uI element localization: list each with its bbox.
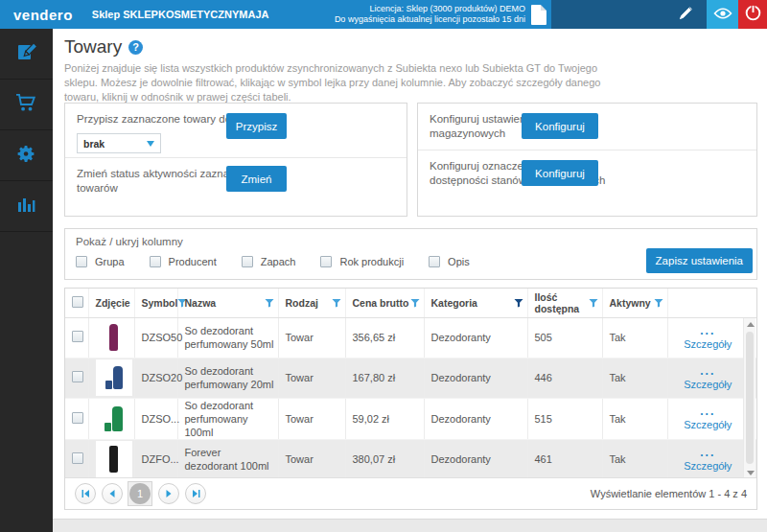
more-menu[interactable]: ... <box>675 366 742 376</box>
more-menu[interactable]: ... <box>675 448 742 457</box>
row-checkbox[interactable] <box>72 412 83 424</box>
cell-quantity: 515 <box>527 398 602 439</box>
product-image <box>96 319 132 356</box>
header-symbol: Symbol <box>134 289 177 317</box>
last-page-button[interactable] <box>185 483 206 504</box>
row-checkbox[interactable] <box>72 371 83 382</box>
logout-button[interactable] <box>738 0 767 29</box>
header-ilosc-dostepna: Ilość dostępna <box>527 289 602 317</box>
cell-type: Towar <box>278 398 345 439</box>
more-menu[interactable]: ... <box>675 326 742 335</box>
bulk-actions-card: Przypisz zaznaczone towary do kategorii … <box>64 103 407 217</box>
cell-active: Tak <box>602 439 667 479</box>
cell-type: Towar <box>278 439 345 479</box>
scroll-up-arrow-icon[interactable] <box>747 322 755 327</box>
preview-shop-button[interactable] <box>707 0 738 29</box>
sidebar-item-orders[interactable] <box>0 80 53 130</box>
checkbox-rok-produkcji[interactable]: Rok produkcji <box>320 256 404 267</box>
first-page-button[interactable] <box>75 483 96 504</box>
prev-page-button[interactable] <box>102 483 123 504</box>
checkbox-box[interactable] <box>150 256 161 267</box>
details-link[interactable]: Szczegóły <box>684 460 732 472</box>
checkbox-zapach[interactable]: Zapach <box>242 256 296 267</box>
bottle-cap <box>105 381 112 389</box>
checkbox-opis[interactable]: Opis <box>429 256 470 267</box>
header-cena-brutto: Cena brutto <box>345 289 424 317</box>
row-checkbox[interactable] <box>72 331 83 342</box>
column-label: Symbol <box>142 297 178 309</box>
assign-category-section: Przypisz zaznaczone towary do kategorii … <box>65 104 407 157</box>
bottle-icon <box>109 324 118 351</box>
checkbox-box[interactable] <box>429 256 440 267</box>
checkbox-box[interactable] <box>76 256 87 267</box>
eye-icon <box>713 7 732 23</box>
checkbox-label: Producent <box>169 256 217 267</box>
column-label: Zdjęcie <box>96 297 130 309</box>
sidebar-item-products[interactable] <box>0 29 53 80</box>
cell-active: Tak <box>602 398 667 439</box>
row-checkbox[interactable] <box>72 452 83 464</box>
current-page-button[interactable]: 1 <box>129 483 151 504</box>
columns-panel-title: Pokaż / ukryj kolumny <box>76 236 183 247</box>
column-label: Cena brutto <box>353 297 409 309</box>
checkbox-label: Zapach <box>261 256 296 267</box>
main-content: Towary ? Poniżej znajduje się lista wszy… <box>53 29 767 519</box>
scrollbar-thumb[interactable] <box>746 332 754 464</box>
cell-name: So dezodorant perfumowany 50ml <box>177 317 278 358</box>
select-all-checkbox[interactable] <box>72 296 83 308</box>
products-table-panel: Zdjęcie Symbol Nazwa Rodzaj Cena brutto … <box>64 288 757 510</box>
table-scrollbar[interactable] <box>743 318 755 479</box>
sidebar-item-settings[interactable] <box>0 130 53 181</box>
sidebar-nav <box>0 29 53 532</box>
category-dropdown[interactable]: brak <box>77 133 161 153</box>
checkbox-box[interactable] <box>242 256 253 267</box>
filter-icon-active[interactable] <box>514 298 523 308</box>
help-icon[interactable]: ? <box>128 40 143 55</box>
table-row: DZSO... So dezodorant perfumowany 100ml … <box>65 398 756 439</box>
filter-icon[interactable] <box>589 298 598 308</box>
header-select-all <box>65 289 88 317</box>
top-header: vendero Sklep SKLEPKOSMETYCZNYMAJA Licen… <box>0 0 767 29</box>
license-line-2: Do wygaśnięcia aktualnej licencji pozost… <box>335 14 525 25</box>
stock-configure-button[interactable]: Konfiguruj <box>522 113 598 139</box>
filter-icon[interactable] <box>265 298 274 308</box>
details-link[interactable]: Szczegóły <box>684 419 732 430</box>
sidebar-item-statistics[interactable] <box>0 181 53 232</box>
cell-type: Towar <box>278 317 345 358</box>
bottle-cap <box>105 423 111 431</box>
change-status-button[interactable]: Zmień <box>226 166 287 192</box>
column-label: Rodzaj <box>286 297 318 309</box>
filter-icon[interactable] <box>654 298 663 308</box>
checkbox-grupa[interactable]: Grupa <box>76 256 125 267</box>
edit-shop-button[interactable] <box>679 0 693 29</box>
column-label: Aktywny <box>610 297 651 309</box>
checkbox-box[interactable] <box>320 256 332 267</box>
checkbox-producent[interactable]: Producent <box>150 256 217 267</box>
header-actions-section <box>551 0 767 29</box>
more-menu[interactable]: ... <box>675 406 742 416</box>
cell-name: Forever dezodorant 100ml <box>177 439 278 479</box>
cell-category: Dezodoranty <box>424 398 527 439</box>
configuration-card: Konfiguruj ustawienia stanów magazynowyc… <box>417 103 757 217</box>
assign-button[interactable]: Przypisz <box>226 113 287 139</box>
header-nazwa: Nazwa <box>177 289 278 317</box>
action-cards: Przypisz zaznaczone towary do kategorii … <box>64 103 757 217</box>
header-aktywny: Aktywny <box>602 289 667 317</box>
header-brand-section: vendero Sklep SKLEPKOSMETYCZNYMAJA Licen… <box>0 0 551 29</box>
save-settings-button[interactable]: Zapisz ustawienia <box>646 248 753 273</box>
cell-category: Dezodoranty <box>424 358 527 398</box>
filter-icon[interactable] <box>410 298 420 308</box>
table-row: DZSO50 So dezodorant perfumowany 50ml To… <box>65 317 756 358</box>
details-link[interactable]: Szczegóły <box>684 338 732 350</box>
current-page-box: 1 <box>128 481 152 506</box>
filter-icon[interactable] <box>332 298 341 308</box>
cell-symbol: DZSO20 <box>134 358 177 398</box>
edit-icon <box>16 41 37 66</box>
cell-active: Tak <box>602 317 667 358</box>
details-link[interactable]: Szczegóły <box>684 379 732 390</box>
scroll-down-arrow-icon[interactable] <box>747 471 755 475</box>
column-label: Kategoria <box>431 297 477 309</box>
next-page-button[interactable] <box>158 483 179 504</box>
availability-configure-button[interactable]: Konfiguruj <box>522 160 598 186</box>
cell-quantity: 461 <box>527 439 602 479</box>
